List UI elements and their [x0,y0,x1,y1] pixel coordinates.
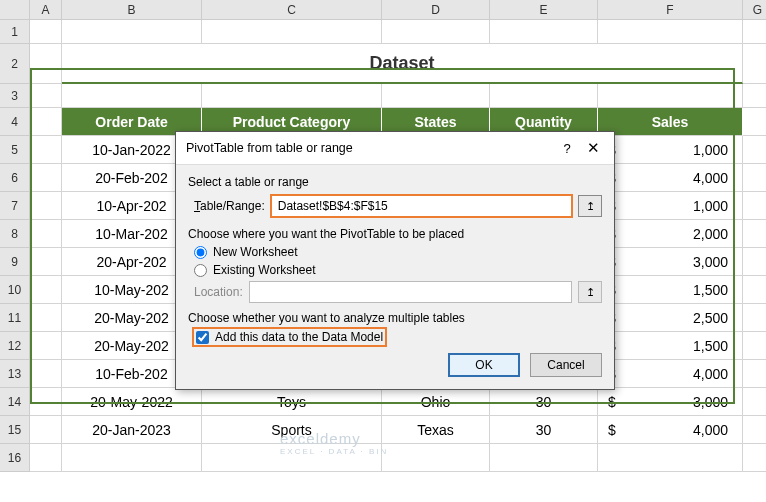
close-icon[interactable]: ✕ [580,139,606,157]
cell[interactable] [598,84,743,108]
row-header[interactable]: 7 [0,192,30,220]
existing-worksheet-radio[interactable] [194,264,207,277]
cell[interactable] [490,444,598,472]
cell[interactable] [30,192,62,220]
cell[interactable] [30,304,62,332]
cell[interactable] [743,84,766,108]
data-model-checkbox[interactable] [196,331,209,344]
cell[interactable] [202,20,382,44]
cell[interactable] [743,304,766,332]
help-button[interactable]: ? [554,141,580,156]
cell[interactable] [743,136,766,164]
col-header[interactable]: F [598,0,743,20]
cell[interactable] [743,20,766,44]
cell[interactable] [743,360,766,388]
cell[interactable] [30,416,62,444]
range-picker-icon[interactable]: ↥ [578,195,602,217]
cell[interactable]: $2,000 [598,220,743,248]
cell[interactable] [598,20,743,44]
cell[interactable]: Sports [202,416,382,444]
cell[interactable]: $4,000 [598,416,743,444]
row-header[interactable]: 10 [0,276,30,304]
cell[interactable]: $3,000 [598,248,743,276]
cell[interactable]: $1,000 [598,192,743,220]
cell[interactable]: $4,000 [598,164,743,192]
cell[interactable] [598,444,743,472]
cell[interactable]: $4,000 [598,360,743,388]
cell[interactable] [30,276,62,304]
cell[interactable] [743,108,766,136]
cell[interactable] [202,444,382,472]
data-model-row[interactable]: Add this data to the Data Model [194,329,602,345]
cell[interactable] [62,444,202,472]
cell[interactable] [30,444,62,472]
row-header[interactable]: 14 [0,388,30,416]
row-header[interactable]: 13 [0,360,30,388]
location-picker-icon[interactable]: ↥ [578,281,602,303]
row-header[interactable]: 16 [0,444,30,472]
new-worksheet-row[interactable]: New Worksheet [194,245,602,259]
cell[interactable] [743,192,766,220]
row-header[interactable]: 1 [0,20,30,44]
cell[interactable]: 20-Jan-2023 [62,416,202,444]
row-header[interactable]: 8 [0,220,30,248]
cell[interactable] [30,20,62,44]
ok-button[interactable]: OK [448,353,520,377]
cell[interactable] [30,248,62,276]
cell[interactable] [490,20,598,44]
cell[interactable] [382,84,490,108]
cell[interactable] [30,84,62,108]
dataset-title[interactable]: Dataset [62,44,743,84]
cell[interactable]: 30 [490,416,598,444]
cell[interactable] [743,220,766,248]
cell[interactable]: Texas [382,416,490,444]
cell[interactable] [743,416,766,444]
col-header[interactable]: D [382,0,490,20]
cell[interactable] [30,108,62,136]
cell[interactable] [743,388,766,416]
row-header[interactable]: 6 [0,164,30,192]
cell[interactable]: 30 [490,388,598,416]
row-header[interactable]: 3 [0,84,30,108]
cell[interactable]: Ohio [382,388,490,416]
cell[interactable] [382,444,490,472]
select-all[interactable] [0,0,30,20]
cell[interactable] [743,248,766,276]
cell[interactable] [30,388,62,416]
cell[interactable] [62,84,202,108]
row-header[interactable]: 15 [0,416,30,444]
cell[interactable]: $1,000 [598,136,743,164]
col-header[interactable]: C [202,0,382,20]
cell[interactable]: $1,500 [598,332,743,360]
row-header[interactable]: 4 [0,108,30,136]
row-header[interactable]: 9 [0,248,30,276]
cell[interactable] [743,276,766,304]
cell[interactable]: $2,500 [598,304,743,332]
col-header[interactable]: B [62,0,202,20]
cell[interactable] [743,164,766,192]
cell[interactable] [490,84,598,108]
new-worksheet-radio[interactable] [194,246,207,259]
cell[interactable] [30,164,62,192]
cell[interactable]: $1,500 [598,276,743,304]
col-header[interactable]: E [490,0,598,20]
existing-worksheet-row[interactable]: Existing Worksheet [194,263,602,277]
row-header[interactable]: 2 [0,44,30,84]
cell[interactable] [202,84,382,108]
cancel-button[interactable]: Cancel [530,353,602,377]
cell[interactable] [743,444,766,472]
row-header[interactable]: 12 [0,332,30,360]
cell[interactable] [62,20,202,44]
table-header[interactable]: Sales [598,108,743,136]
cell[interactable]: Toys [202,388,382,416]
cell[interactable]: $3,000 [598,388,743,416]
cell[interactable]: 20-May-2022 [62,388,202,416]
cell[interactable] [30,332,62,360]
cell[interactable] [743,332,766,360]
col-header[interactable]: A [30,0,62,20]
cell[interactable] [30,220,62,248]
cell[interactable] [30,136,62,164]
cell[interactable] [30,44,62,84]
cell[interactable] [30,360,62,388]
col-header[interactable]: G [743,0,766,20]
